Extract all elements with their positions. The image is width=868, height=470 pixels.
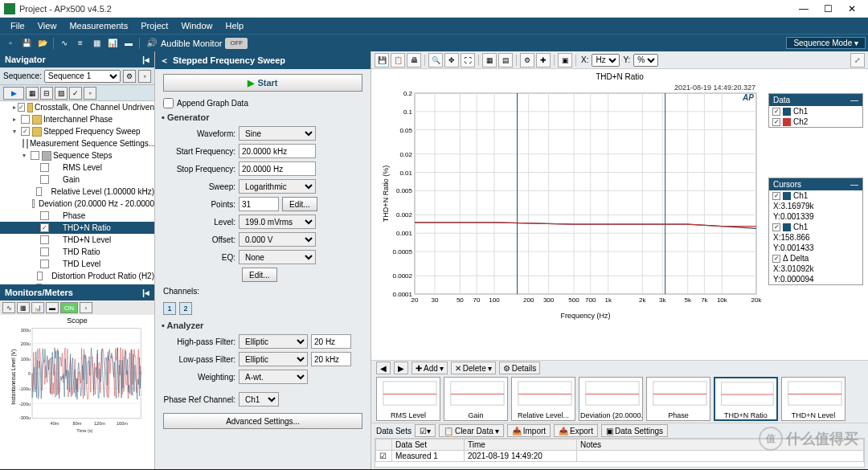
tree-item[interactable]: ✓THD+N Ratio bbox=[0, 222, 154, 234]
cursor-item[interactable]: ✓Ch1 bbox=[769, 190, 862, 201]
thumbnail[interactable]: Gain bbox=[444, 377, 508, 421]
play-button[interactable]: ▶ bbox=[3, 87, 24, 100]
mon-btn-2[interactable]: ▦ bbox=[17, 302, 30, 313]
navigator-tree[interactable]: ▸✓Crosstalk, One Channel Undriven▸Interc… bbox=[0, 101, 154, 284]
lpf-value-input[interactable] bbox=[311, 352, 351, 366]
thumbnail[interactable]: RMS Level bbox=[376, 377, 440, 421]
nav-btn-3[interactable]: ▧ bbox=[55, 87, 68, 100]
mon-btn-1[interactable]: ∿ bbox=[2, 302, 15, 313]
channel-1-button[interactable]: 1 bbox=[163, 302, 176, 315]
hpf-value-input[interactable] bbox=[311, 334, 351, 349]
toolbar-wave-icon[interactable]: ∿ bbox=[57, 36, 72, 51]
chart-copy-icon[interactable]: 📋 bbox=[391, 53, 405, 67]
menu-help[interactable]: Help bbox=[219, 19, 251, 32]
tree-item[interactable]: THD+N Level bbox=[0, 234, 154, 246]
nav-btn-4[interactable]: ✓ bbox=[69, 87, 82, 100]
menu-file[interactable]: File bbox=[4, 19, 31, 32]
chart-cursor-icon[interactable]: ✚ bbox=[536, 53, 551, 67]
tree-item[interactable]: RMS Level bbox=[0, 161, 154, 174]
thumb-next-button[interactable]: ▶ bbox=[394, 362, 408, 374]
chart-expand-icon[interactable]: ⤢ bbox=[850, 53, 865, 67]
weighting-select[interactable]: A-wt. bbox=[239, 370, 308, 384]
toolbar-level-icon[interactable]: ▬ bbox=[121, 36, 136, 51]
chart-limits-icon[interactable]: ▤ bbox=[498, 53, 513, 67]
monitors-collapse-icon[interactable]: |◂ bbox=[142, 288, 149, 298]
menu-window[interactable]: Window bbox=[174, 19, 219, 32]
tree-item[interactable]: Measurement Sequence Settings... bbox=[0, 137, 154, 149]
datasets-settings-button[interactable]: ▣Data Settings bbox=[601, 424, 668, 437]
thumbnail[interactable]: Relative Level... bbox=[511, 377, 575, 421]
nav-btn-2[interactable]: ⊟ bbox=[40, 87, 53, 100]
cursor-item[interactable]: ✓Ch1 bbox=[769, 222, 862, 232]
thumb-delete-button[interactable]: ✕Delete▾ bbox=[451, 362, 496, 374]
tree-item[interactable]: Deviation (20.0000 Hz - 20.0000 bbox=[0, 198, 154, 210]
table-row[interactable]: ☑ Measured 1 2021-08-19 14:49:20 bbox=[376, 451, 864, 462]
nav-btn-1[interactable]: ▦ bbox=[26, 87, 39, 100]
points-input[interactable] bbox=[239, 197, 279, 211]
start-frequency-input[interactable] bbox=[239, 144, 316, 158]
mon-btn-5[interactable]: ▫ bbox=[80, 302, 92, 313]
sequence-add-button[interactable]: ▫ bbox=[138, 70, 151, 83]
waveform-select[interactable]: Sine bbox=[239, 126, 316, 141]
chart-fit-icon[interactable]: ✥ bbox=[444, 53, 459, 67]
menu-view[interactable]: View bbox=[31, 19, 63, 32]
tree-item[interactable]: Relative Level (1.00000 kHz) bbox=[0, 186, 154, 198]
nav-btn-5[interactable]: ▫ bbox=[84, 87, 96, 100]
legend-collapse-icon[interactable]: — bbox=[850, 96, 858, 104]
advanced-settings-button[interactable]: Advanced Settings... bbox=[163, 413, 362, 429]
thumbnail[interactable]: Deviation (20.0000... bbox=[579, 377, 643, 421]
toolbar-list-icon[interactable]: ≡ bbox=[73, 36, 88, 51]
start-button[interactable]: ▶ Start bbox=[163, 74, 362, 92]
back-icon[interactable]: ＜ bbox=[160, 55, 169, 67]
tree-item[interactable]: ▸Interchannel Phase bbox=[0, 113, 154, 125]
chart-settings-icon[interactable]: ⚙ bbox=[520, 53, 534, 67]
points-edit-button[interactable]: Edit... bbox=[282, 197, 317, 211]
mon-on-button[interactable]: ON bbox=[60, 302, 78, 313]
tree-item[interactable]: Distortion Product Ratio (H2) bbox=[0, 270, 154, 282]
menu-project[interactable]: Project bbox=[134, 19, 174, 32]
offset-select[interactable]: 0.000 V bbox=[239, 232, 316, 247]
toolbar-open-icon[interactable]: 📂 bbox=[35, 36, 50, 51]
thumb-details-button[interactable]: ⚙Details bbox=[499, 362, 541, 374]
toolbar-grid-icon[interactable]: ▦ bbox=[89, 36, 104, 51]
mon-btn-4[interactable]: ▬ bbox=[46, 302, 59, 313]
tree-item[interactable]: THD Ratio bbox=[0, 246, 154, 258]
level-select[interactable]: 199.0 mVrms bbox=[239, 215, 316, 229]
tree-item[interactable]: ▾Sequence Steps bbox=[0, 149, 154, 161]
menu-measurements[interactable]: Measurements bbox=[63, 19, 134, 32]
chart-grid-icon[interactable]: ▦ bbox=[482, 53, 497, 67]
legend-item[interactable]: ✓Ch1 bbox=[769, 106, 862, 116]
hpf-select[interactable]: Elliptic bbox=[239, 334, 308, 349]
x-unit-select[interactable]: Hz bbox=[592, 54, 620, 67]
close-button[interactable]: ✕ bbox=[840, 3, 864, 14]
tree-item[interactable]: THD Level bbox=[0, 258, 154, 270]
datasets-export-button[interactable]: 📤Export bbox=[554, 424, 598, 437]
chart-data-icon[interactable]: ▣ bbox=[558, 53, 572, 67]
y-unit-select[interactable]: % bbox=[633, 54, 658, 67]
thumb-prev-button[interactable]: ◀ bbox=[376, 362, 391, 374]
eq-select[interactable]: None bbox=[239, 250, 316, 264]
tree-item[interactable]: ▸✓Crosstalk, One Channel Undriven bbox=[0, 101, 154, 113]
eq-edit-button[interactable]: Edit... bbox=[242, 268, 277, 282]
datasets-checkall-button[interactable]: ☑▾ bbox=[415, 424, 436, 437]
mon-btn-3[interactable]: 📊 bbox=[31, 302, 44, 313]
audible-monitor-toggle[interactable]: OFF bbox=[225, 38, 248, 49]
datasets-import-button[interactable]: 📥Import bbox=[507, 424, 551, 437]
phase-ref-select[interactable]: Ch1 bbox=[239, 392, 279, 407]
toolbar-chart-icon[interactable]: 📊 bbox=[105, 36, 120, 51]
toolbar-save-icon[interactable]: 💾 bbox=[19, 36, 34, 51]
lpf-select[interactable]: Elliptic bbox=[239, 352, 308, 366]
legend-item[interactable]: ✓Ch2 bbox=[769, 116, 862, 127]
chart-print-icon[interactable]: 🖶 bbox=[407, 53, 421, 67]
channel-2-button[interactable]: 2 bbox=[179, 302, 192, 315]
tree-item[interactable]: Phase bbox=[0, 210, 154, 222]
sequence-settings-button[interactable]: ⚙ bbox=[123, 70, 136, 83]
toolbar-new-icon[interactable]: ▫ bbox=[3, 36, 18, 51]
thumbnail[interactable]: THD+N Ratio bbox=[714, 377, 778, 421]
cursor-delta[interactable]: ✓Δ Delta bbox=[769, 253, 862, 264]
stop-frequency-input[interactable] bbox=[239, 161, 316, 176]
chart-zoom-icon[interactable]: 🔍 bbox=[428, 53, 443, 67]
datasets-clear-button[interactable]: 📋Clear Data▾ bbox=[439, 424, 504, 437]
tree-item[interactable]: Gain bbox=[0, 174, 154, 186]
sequence-mode-dropdown[interactable]: Sequence Mode ▾ bbox=[786, 37, 866, 49]
